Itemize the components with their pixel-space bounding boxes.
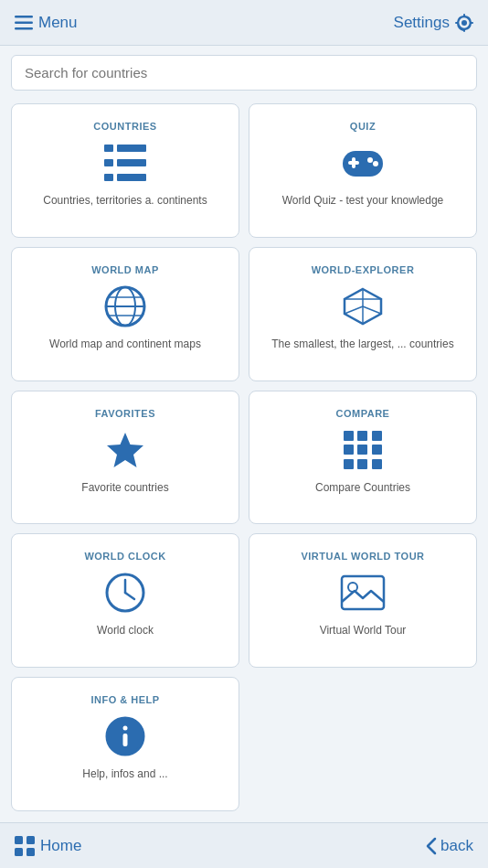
svg-rect-4 — [117, 145, 146, 152]
svg-rect-27 — [372, 431, 382, 441]
virtual-world-tour-desc: Virtual World Tour — [320, 624, 407, 637]
world-map-desc: World map and continent maps — [49, 338, 201, 350]
quiz-title: QUIZ — [350, 121, 376, 132]
home-button[interactable]: Home — [15, 836, 81, 856]
footer: Home back — [0, 822, 488, 868]
world-explorer-desc: The smallest, the largest, ... countries — [271, 338, 453, 350]
svg-rect-28 — [344, 445, 354, 455]
compare-title: COMPARE — [336, 408, 390, 419]
svg-rect-5 — [104, 159, 113, 166]
globe-icon — [104, 283, 146, 330]
svg-rect-0 — [15, 16, 33, 18]
world-clock-card[interactable]: WORLD CLOCK World clock — [11, 533, 239, 668]
svg-rect-32 — [357, 459, 367, 469]
back-chevron-icon — [426, 837, 437, 855]
svg-rect-26 — [357, 431, 367, 441]
svg-rect-8 — [117, 174, 146, 181]
svg-rect-25 — [344, 431, 354, 441]
world-clock-desc: World clock — [97, 624, 154, 637]
svg-line-36 — [125, 593, 134, 599]
menu-button[interactable]: Menu — [15, 14, 78, 32]
main-grid: COUNTRIES Countries, territories a. cont… — [0, 100, 488, 822]
svg-rect-11 — [352, 157, 355, 168]
world-explorer-card[interactable]: WORLD-EXPLORER The smallest, the largest… — [249, 247, 477, 381]
search-bar — [11, 55, 477, 91]
compare-card[interactable]: COMPARE Compare Countries — [249, 391, 477, 525]
svg-rect-41 — [123, 734, 128, 746]
info-help-desc: Help, infos and ... — [82, 767, 167, 780]
gear-icon — [455, 14, 473, 32]
home-grid-icon — [15, 836, 35, 856]
back-label: back — [440, 837, 473, 855]
world-map-card[interactable]: WORLD MAP World map and continent maps — [11, 247, 239, 381]
home-label: Home — [40, 837, 81, 855]
svg-rect-45 — [27, 848, 35, 856]
favorites-title: FAVORITES — [95, 408, 155, 419]
info-help-title: INFO & HELP — [90, 694, 159, 705]
svg-point-38 — [348, 583, 357, 592]
svg-marker-24 — [107, 433, 143, 467]
svg-rect-29 — [357, 445, 367, 455]
star-icon — [104, 426, 146, 474]
cube-icon — [342, 283, 384, 330]
svg-point-13 — [373, 161, 378, 166]
svg-line-22 — [345, 306, 363, 314]
svg-rect-42 — [15, 836, 23, 844]
svg-rect-44 — [15, 848, 23, 856]
svg-rect-2 — [15, 27, 33, 30]
hamburger-icon — [15, 16, 33, 30]
search-input[interactable] — [11, 55, 477, 91]
header: Menu Settings — [0, 0, 488, 46]
grid-icon — [342, 426, 384, 474]
svg-rect-43 — [27, 836, 35, 844]
list-icon — [104, 139, 146, 187]
countries-title: COUNTRIES — [93, 121, 156, 132]
svg-point-12 — [367, 157, 373, 163]
info-help-card[interactable]: INFO & HELP Help, infos and ... — [11, 677, 239, 811]
settings-button[interactable]: Settings — [394, 14, 473, 32]
svg-rect-1 — [15, 21, 33, 24]
favorites-desc: Favorite countries — [81, 481, 168, 494]
svg-rect-31 — [344, 459, 354, 469]
image-icon — [340, 569, 386, 616]
info-icon — [104, 713, 146, 760]
countries-desc: Countries, territories a. continents — [43, 194, 207, 207]
gamepad-icon — [339, 139, 387, 187]
world-clock-title: WORLD CLOCK — [84, 551, 165, 562]
virtual-world-tour-title: VIRTUAL WORLD TOUR — [301, 551, 424, 562]
countries-card[interactable]: COUNTRIES Countries, territories a. cont… — [11, 103, 239, 238]
virtual-world-tour-card[interactable]: VIRTUAL WORLD TOUR Virtual World Tour — [249, 533, 477, 668]
quiz-card[interactable]: QUIZ World Quiz - test your knowledge — [249, 103, 477, 238]
svg-rect-33 — [372, 459, 382, 469]
quiz-desc: World Quiz - test your knowledge — [282, 194, 444, 207]
compare-desc: Compare Countries — [315, 481, 410, 494]
favorites-card[interactable]: FAVORITES Favorite countries — [11, 391, 239, 525]
clock-icon — [104, 569, 146, 616]
svg-rect-30 — [372, 445, 382, 455]
svg-rect-6 — [117, 159, 146, 166]
world-explorer-title: WORLD-EXPLORER — [312, 264, 415, 275]
svg-rect-37 — [342, 576, 384, 609]
svg-rect-3 — [104, 145, 113, 152]
back-button[interactable]: back — [426, 837, 473, 855]
menu-label: Menu — [38, 14, 78, 32]
svg-line-23 — [363, 306, 381, 314]
svg-point-40 — [123, 726, 128, 731]
settings-label: Settings — [394, 14, 450, 32]
svg-rect-7 — [104, 174, 113, 181]
world-map-title: WORLD MAP — [91, 264, 159, 275]
